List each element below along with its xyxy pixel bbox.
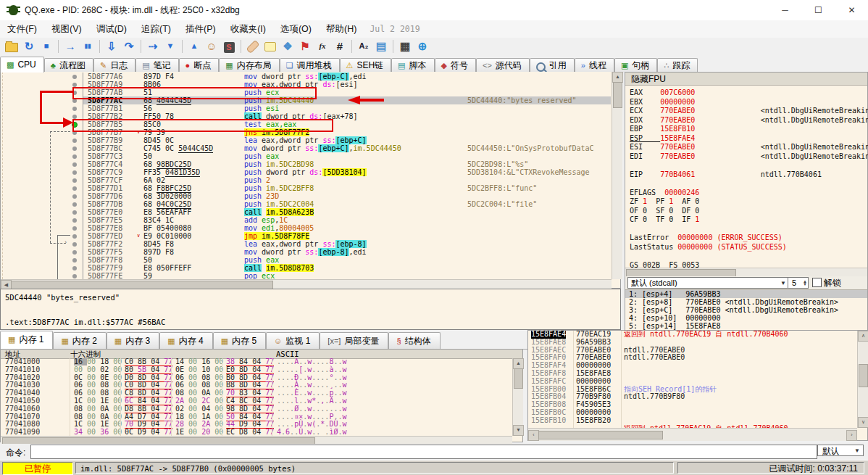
- register-LastError[interactable]: LastError 00000000 (ERROR_SUCCESS): [630, 234, 783, 241]
- disasm-row[interactable]: 5D8F77B156push esi: [1, 104, 611, 112]
- argument-row[interactable]: 2: [esp+8] 770EABE0 <ntdll.DbgUiRemoteBr…: [625, 298, 867, 306]
- menu-item[interactable]: 插件(P): [178, 20, 223, 38]
- bookmark-icon[interactable]: ⚑: [297, 38, 313, 54]
- arg-depth-spinner[interactable]: 5 ▲ ▼: [788, 277, 809, 289]
- scroll-thumb[interactable]: [613, 82, 622, 108]
- row-dot[interactable]: [72, 218, 77, 223]
- call-arguments[interactable]: 1: [esp+4] 96A59BB32: [esp+8] 770EABE0 <…: [625, 289, 867, 331]
- tab-跟踪[interactable]: ∴跟踪: [657, 58, 698, 73]
- row-dot[interactable]: [72, 83, 77, 87]
- disasm-row[interactable]: 5D8F77F9E8 050FFEFFcall im.5D8D8703: [1, 264, 611, 272]
- run-down-icon[interactable]: ▼: [162, 38, 178, 54]
- command-input[interactable]: [30, 445, 817, 459]
- disasm-row[interactable]: 5D8F77E0E8 56EAFAFFcall im.5D8A623B: [1, 208, 611, 216]
- scroll-down-arrow[interactable]: ∨: [858, 417, 868, 428]
- stack-panel[interactable]: 15E8FAE4770EAC19返回到 ntdll.770EAC19 自 ntd…: [527, 330, 868, 441]
- stack-row[interactable]: 15E8FB1015E8FB20: [528, 417, 857, 425]
- disasm-row[interactable]: 5D8F77ED∨E9 0C010000jmp im.5D8F78FE: [1, 232, 611, 240]
- globe-icon[interactable]: ⊕: [414, 38, 430, 54]
- tab-笔记[interactable]: ▤笔记: [135, 58, 178, 73]
- register-EFLAGS[interactable]: EFLAGS 00000246: [630, 189, 699, 197]
- tab-日志[interactable]: ✎日志: [93, 58, 135, 73]
- scroll-up-arrow[interactable]: ▲: [513, 358, 524, 369]
- row-dot[interactable]: [72, 139, 77, 143]
- tab-句柄[interactable]: ▣句柄: [614, 58, 657, 73]
- argument-row[interactable]: 1: [esp+4] 96A59BB3: [625, 290, 867, 298]
- open-file-icon[interactable]: [4, 38, 20, 54]
- step-into-icon[interactable]: ⇩: [104, 38, 120, 54]
- disassembly-vscrollbar[interactable]: ▲: [612, 72, 622, 279]
- disasm-row[interactable]: 5D8F77C468 98BDC25Dpush im.5DC2BD985DC2B…: [1, 160, 611, 168]
- tab-符号[interactable]: ◆符号: [435, 58, 476, 73]
- row-dot[interactable]: [72, 202, 77, 207]
- menu-item[interactable]: 文件(F): [0, 20, 44, 38]
- breakpoint-dot[interactable]: [72, 122, 78, 128]
- stack-vscrollbar[interactable]: ∧ ∨: [857, 331, 868, 428]
- execute-till-return-icon[interactable]: ⇢: [145, 38, 161, 54]
- stop-icon[interactable]: ■: [38, 38, 54, 54]
- tab-调用堆栈[interactable]: ❏调用堆栈: [280, 58, 340, 73]
- row-dot[interactable]: [72, 154, 77, 159]
- tab-CPU[interactable]: ▩CPU: [0, 57, 44, 73]
- disasm-row[interactable]: 5D8F77C9FF35 0481D35Dpush dword ptr ds:[…: [1, 168, 611, 176]
- dump-rows[interactable]: 7704100016 00 18 00C0 8B 04 7714 00 16 0…: [1, 358, 512, 437]
- flags-line[interactable]: OF 0 SF 0 DF 0: [630, 207, 708, 215]
- maximize-button[interactable]: ☐: [802, 0, 835, 20]
- function-icon[interactable]: fx: [314, 38, 330, 54]
- disasm-row[interactable]: 5D8F77E583C4 1Cadd esp,1C: [1, 216, 611, 224]
- stack-hscrollbar[interactable]: ‹ ›: [528, 428, 857, 441]
- disasm-row[interactable]: 5D8F77CF6A 02push 2: [1, 176, 611, 184]
- row-dot[interactable]: [72, 274, 77, 278]
- system-breakpoint-icon[interactable]: S: [221, 38, 237, 54]
- close-button[interactable]: ✕: [835, 0, 868, 20]
- menu-item[interactable]: 调试(D): [89, 20, 134, 38]
- calling-convention-select[interactable]: 默认 (stdcall)▼: [627, 277, 788, 289]
- row-dot[interactable]: [72, 234, 77, 239]
- row-dot[interactable]: [72, 162, 77, 167]
- disasm-row[interactable]: 5D8F77DB68 04C0C25Dpush im.5DC2C0045DC2C…: [1, 200, 611, 208]
- menu-item[interactable]: 选项(O): [273, 20, 319, 38]
- scroll-right-arrow[interactable]: ›: [846, 430, 857, 441]
- tab-结构体[interactable]: §结构体: [388, 332, 440, 350]
- row-dot[interactable]: [72, 99, 77, 103]
- step-over-icon[interactable]: ↷: [121, 38, 137, 54]
- row-dot[interactable]: [72, 146, 77, 151]
- disasm-row[interactable]: 5D8F77F5897D F8mov dword ptr ss:[ebp-8],…: [1, 248, 611, 256]
- row-dot[interactable]: [72, 242, 77, 247]
- disasm-row[interactable]: 5D8F77B98D45 0Clea eax,dword ptr ss:[ebp…: [1, 136, 611, 144]
- step-out-icon[interactable]: ▲: [186, 38, 202, 54]
- register-EIP[interactable]: EIP 770B4061 ntdll.770B4061: [630, 170, 822, 178]
- disasm-row[interactable]: 5D8F77A6897D F4mov dword ptr ss:[ebp-C],…: [1, 73, 611, 80]
- argument-row[interactable]: 5: [esp+14] 15E8FAE8: [625, 322, 867, 330]
- register-EDX[interactable]: EDX 770EABE0 <ntdll.DbgUiRemoteBreakin>: [630, 116, 868, 124]
- memory-dump-panel[interactable]: 地址 十六进制 ASCII 7704100016 00 18 00C0 8B 0…: [0, 349, 523, 442]
- menu-item[interactable]: 追踪(T): [134, 20, 178, 38]
- disassembly-rows[interactable]: 5D8F77A6897D F4mov dword ptr ss:[ebp-C],…: [1, 73, 611, 280]
- tab-内存 3[interactable]: ▦内存 3: [107, 332, 159, 350]
- hash-icon[interactable]: #: [332, 38, 348, 54]
- disasm-row[interactable]: 5D8F77C350push eax: [1, 152, 611, 160]
- scroll-down-arrow[interactable]: ▼: [513, 425, 524, 436]
- disasm-row[interactable]: 5D8F77B585C0test eax,eax: [1, 120, 611, 128]
- tab-引用[interactable]: 引用: [530, 58, 575, 73]
- register-EBP[interactable]: EBP 15E8FB10: [630, 125, 761, 133]
- disasm-row[interactable]: 5D8F77D168 F8BFC25Dpush im.5DC2BFF85DC2B…: [1, 184, 611, 192]
- run-to-user-code-icon[interactable]: ☺: [204, 38, 220, 54]
- row-dot[interactable]: [72, 210, 77, 215]
- stack-row[interactable]: 15E8FAE896A59BB3: [528, 339, 857, 347]
- scroll-up-arrow[interactable]: ▲: [612, 72, 623, 83]
- disasm-row[interactable]: 5D8F77D668 3D020000push 23D: [1, 192, 611, 200]
- row-dot[interactable]: [72, 266, 77, 270]
- disasm-row[interactable]: 5D8F77B2FF50 78call dword ptr ds:[eax+78…: [1, 112, 611, 120]
- disasm-row[interactable]: 5D8F77F850push eax: [1, 256, 611, 264]
- tab-内存 4[interactable]: ▦内存 4: [159, 332, 212, 350]
- scroll-thumb[interactable]: [514, 368, 523, 389]
- disasm-row[interactable]: 5D8F77F28D45 F8lea eax,dword ptr ss:[ebp…: [1, 240, 611, 248]
- register-EDI[interactable]: EDI 770EABE0 <ntdll.DbgUiRemoteBreakin>: [630, 152, 868, 160]
- argument-row[interactable]: 4: [esp+10] 00000000: [625, 314, 867, 322]
- stack-row[interactable]: 15E8FAFC00000000: [528, 378, 857, 386]
- disasm-row[interactable]: 5D8F77AB51push ecx: [1, 88, 611, 96]
- device-icon[interactable]: ▤: [373, 38, 389, 54]
- tab-断点[interactable]: ●断点: [179, 58, 220, 73]
- tab-流程图[interactable]: ♣流程图: [44, 58, 93, 73]
